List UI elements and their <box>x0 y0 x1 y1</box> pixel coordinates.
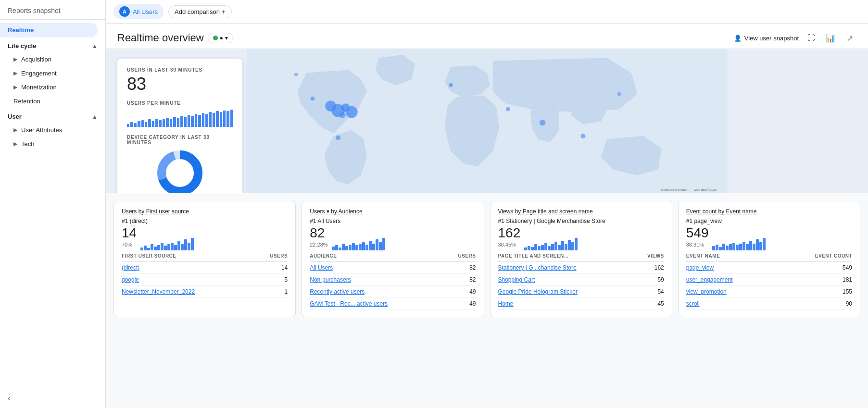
mini-bar <box>345 246 348 250</box>
panel-rank: #1 Stationery | Google Merchandise Store <box>498 218 664 224</box>
table-row: Stationery | G...chandise Store 162 <box>498 262 664 274</box>
panel-top-row: Views by Page title and screen name #1 S… <box>498 208 664 250</box>
row-label[interactable]: user_engagement <box>686 276 733 283</box>
svg-point-4 <box>346 106 358 118</box>
sidebar-section-lifecycle[interactable]: Life cycle ▲ <box>0 37 105 52</box>
page-title: Realtime overview <box>117 32 204 44</box>
status-chip[interactable]: ● ▾ <box>208 33 233 43</box>
bar <box>213 113 215 126</box>
all-users-chip[interactable]: A All Users <box>113 4 164 19</box>
col1-header: AUDIENCE <box>310 253 337 259</box>
bar <box>163 119 165 126</box>
view-user-snapshot-button[interactable]: 👤 View user snapshot <box>734 35 799 42</box>
users-per-minute-chart <box>127 108 233 127</box>
fullscreen-button[interactable]: ⛶ <box>805 31 818 45</box>
chevron-up-icon: ▲ <box>92 43 98 49</box>
sidebar: Reports snapshot Realtime Life cycle ▲ ▶… <box>0 0 106 408</box>
mini-bar <box>144 246 147 250</box>
row-label[interactable]: Newsletter_November_2022 <box>122 288 195 295</box>
row-label[interactable]: Home <box>498 300 514 307</box>
table-row: Shopping Cart 59 <box>498 274 664 286</box>
sidebar-item-monetization-label: Monetization <box>21 84 57 91</box>
mini-bar <box>759 242 762 250</box>
sidebar-item-engagement[interactable]: ▶ Engagement <box>0 66 105 80</box>
row-label[interactable]: page_view <box>686 264 714 271</box>
mini-bar <box>548 246 551 250</box>
mini-bar <box>332 247 335 250</box>
mini-bar <box>538 246 541 250</box>
row-value: 1 <box>285 288 288 295</box>
mini-bar <box>167 244 170 250</box>
bar <box>148 119 151 126</box>
panel-rank: #1 All Users <box>310 218 476 224</box>
mini-bar <box>181 244 184 250</box>
mini-bar <box>369 241 372 250</box>
panel-title[interactable]: Views by Page title and screen name <box>498 208 664 215</box>
mini-bar <box>382 238 385 250</box>
svg-point-8 <box>506 107 510 111</box>
mini-bar <box>339 247 341 250</box>
status-label: ● <box>220 35 223 41</box>
panel-title-link[interactable]: Users <box>310 208 325 215</box>
panel-rank: #1 page_view <box>686 218 852 224</box>
row-label[interactable]: Shopping Cart <box>498 276 535 283</box>
row-label[interactable]: GAM Test - Rec... active users <box>310 300 388 307</box>
row-label[interactable]: scroll <box>686 300 700 307</box>
mini-bar <box>177 241 180 251</box>
mini-bar <box>184 239 187 250</box>
bar <box>141 120 144 126</box>
arrow-icon: ▶ <box>13 127 17 133</box>
row-value: 49 <box>469 288 476 295</box>
bar <box>226 111 229 126</box>
mini-bar-chart <box>712 237 766 250</box>
page-header: Realtime overview ● ▾ 👤 View user snapsh… <box>106 24 868 49</box>
col2-header: USERS <box>458 253 476 259</box>
panel-title-link[interactable]: Views <box>498 208 514 215</box>
sidebar-item-realtime[interactable]: Realtime <box>0 23 98 37</box>
sidebar-item-retention[interactable]: Retention <box>0 94 105 108</box>
row-label[interactable]: view_promotion <box>686 288 727 295</box>
bar <box>198 115 201 127</box>
bar <box>230 110 233 127</box>
bar <box>191 116 193 127</box>
row-label[interactable]: Google Pride Hologram Sticker <box>498 288 578 295</box>
row-label[interactable]: google <box>122 276 139 283</box>
row-label[interactable]: Non-purchasers <box>310 276 351 283</box>
row-label[interactable]: All Users <box>310 264 333 271</box>
mini-bar <box>372 244 375 250</box>
table-row: GAM Test - Rec... active users 49 <box>310 298 476 310</box>
panel-title-link[interactable]: Event count <box>686 208 717 215</box>
row-label[interactable]: Recently active users <box>310 288 365 295</box>
panel-title-link[interactable]: Users <box>122 208 137 215</box>
panel-title[interactable]: Users by First user source <box>122 208 288 215</box>
panel-0: Users by First user source #1 (direct) 1… <box>113 201 296 317</box>
panel-3: Event count by Event name #1 page_view 5… <box>678 201 860 317</box>
sidebar-collapse-button[interactable]: ‹ <box>0 388 105 408</box>
add-comparison-button[interactable]: Add comparison + <box>168 5 232 18</box>
table-header: EVENT NAME EVENT COUNT <box>686 250 852 262</box>
arrow-icon: ▶ <box>13 56 17 62</box>
panel-title[interactable]: Users ▾ by Audience <box>310 208 476 215</box>
sidebar-item-tech[interactable]: ▶ Tech <box>0 137 105 151</box>
table-header: AUDIENCE USERS <box>310 250 476 262</box>
sidebar-section-user[interactable]: User ▲ <box>0 108 105 123</box>
mini-bar <box>732 243 735 250</box>
sidebar-item-user-attributes[interactable]: ▶ User Attributes <box>0 123 105 137</box>
panel-title[interactable]: Event count by Event name <box>686 208 852 215</box>
row-label[interactable]: Stationery | G...chandise Store <box>498 264 577 271</box>
table-row: (direct) 14 <box>122 262 288 274</box>
sidebar-item-acquisition[interactable]: ▶ Acquisition <box>0 52 105 66</box>
svg-point-13 <box>294 73 298 76</box>
col2-header: USERS <box>270 253 288 259</box>
panel-pct: 30.45% <box>498 242 521 247</box>
mini-bar <box>763 238 766 250</box>
bar <box>152 121 154 126</box>
user-avatar: A <box>119 6 130 17</box>
map-section: Keyboard shortcuts Map data ©2023 USERS … <box>106 49 868 193</box>
row-label[interactable]: (direct) <box>122 264 139 271</box>
panel-title-rest: by Page title and screen name <box>513 208 592 215</box>
share-button[interactable]: ↗ <box>843 31 856 45</box>
save-button[interactable]: 📊 <box>824 31 837 45</box>
panel-rank: #1 (direct) <box>122 218 288 224</box>
sidebar-item-monetization[interactable]: ▶ Monetization <box>0 80 105 94</box>
